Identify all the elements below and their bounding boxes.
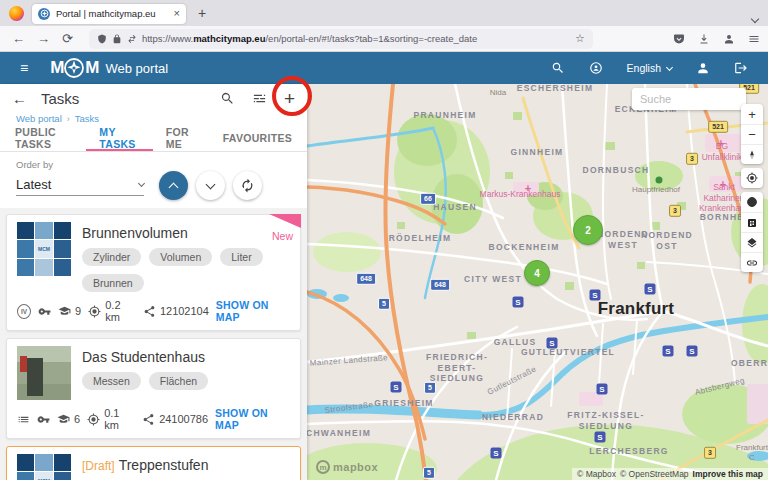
task-card[interactable]: New MCM Brunnenvolumen ZylinderVolumenLi… [6,214,301,331]
key-icon [37,413,50,426]
map-label: Abtsbergweg [694,376,746,398]
task-cluster-marker[interactable]: 2 [573,215,603,245]
key-icon [38,305,51,318]
globe-button[interactable] [741,192,763,212]
gps-icon [87,413,100,426]
sort-descending-button[interactable] [196,171,225,200]
map-label: Frankfurt C [736,443,768,463]
browser-window: Portal | mathcitymap.eu × + ← → ⟳ https:… [0,0,768,480]
map[interactable]: ESCHERSHEIMNidaPRAUNHEIMECKENHEIMGINNHEI… [307,84,768,480]
layer-controls [741,192,763,272]
sbahn-station-icon: S [391,382,402,393]
shield-icon[interactable] [97,34,107,44]
permissions-icon[interactable] [127,34,137,44]
zoom-in-button[interactable]: + [741,104,763,124]
map-label: ESCHERSHEIM [517,84,594,93]
hospital-cross-icon: + [720,179,726,190]
improve-map-link[interactable]: Improve this map [693,469,763,479]
breadcrumb-root[interactable]: Web portal [16,113,62,124]
search-tasks-icon[interactable] [220,91,235,106]
road-badge: 3 [669,205,681,217]
task-card[interactable]: Das Studentenhaus MessenFlächen 6 0.1 km… [6,338,301,439]
task-list: New MCM Brunnenvolumen ZylinderVolumenLi… [0,208,307,480]
map-label: Nida [490,88,506,98]
breadcrumb-current[interactable]: Tasks [75,113,99,124]
list-tabs-icon[interactable] [752,8,758,26]
lock-icon[interactable] [112,34,122,44]
url-text[interactable]: https://www.mathcitymap.eu/en/portal-en/… [142,33,569,44]
firefox-icon[interactable] [9,6,24,21]
map-label: GRIESHEIM [374,398,433,409]
task-card-draft[interactable]: MCM [Draft]Treppenstufen 3 0.0 km [6,446,301,480]
grade-value: 6 [74,413,80,425]
tag-pill: Liter [220,248,262,266]
distance-value: 0.1 km [104,407,135,431]
map-attribution: © Mapbox © OpenStreetMap Improve this ma… [572,468,768,480]
tag-row: MessenFlächen [82,372,290,390]
sort-ascending-button[interactable] [159,171,188,200]
map-label: Stroofstraße [324,400,374,416]
back-arrow-button[interactable]: ← [12,90,27,107]
road-badge: 648 [356,273,376,285]
compass-button[interactable] [741,144,763,164]
hospital-cross-icon: + [718,138,724,149]
digital-classroom-icon[interactable] [589,61,603,75]
show-on-map-link[interactable]: SHOW ON MAP [216,299,290,323]
draft-badge: [Draft] [82,459,115,473]
buildings-button[interactable] [741,212,763,232]
pocket-icon[interactable] [673,33,685,45]
tab-close-icon[interactable]: × [174,8,180,19]
order-select[interactable]: Latest [16,175,144,196]
list-icon [17,413,30,426]
task-thumbnail [17,346,71,400]
tab-favourites[interactable]: FAVOURITES [210,127,305,151]
layers-button[interactable] [741,232,763,252]
bookmark-star-icon[interactable]: ☆ [575,32,585,45]
new-tab-button[interactable]: + [198,5,206,21]
map-label: FRIEDRICH- EBERT- SIEDLUNG [426,352,488,384]
mapbox-logo[interactable]: m mapbox [316,460,378,474]
sbahn-station-icon: S [513,297,524,308]
show-on-map-link[interactable]: SHOW ON MAP [215,407,290,431]
panel-toolbar: ← Tasks + [0,84,307,112]
gps-icon [88,305,101,318]
account-icon[interactable] [723,33,735,45]
url-bar[interactable]: https://www.mathcitymap.eu/en/portal-en/… [89,29,593,49]
attribution-mapbox[interactable]: © Mapbox [577,469,616,479]
add-task-button[interactable]: + [284,89,295,108]
zoom-controls: + − [741,104,763,164]
map-label: GUTLEUTVIERTEL [521,347,615,358]
user-icon[interactable] [696,61,710,75]
attribution-osm[interactable]: © OpenStreetMap [620,469,689,479]
filter-icon[interactable] [252,91,267,106]
browser-tab[interactable]: Portal | mathcitymap.eu × [32,4,186,24]
sbahn-station-icon: S [491,448,502,459]
sbahn-station-icon: S [595,432,606,443]
language-selector[interactable]: English [627,62,672,74]
logout-icon[interactable] [734,61,748,75]
task-title: Das Studentenhaus [82,349,290,365]
link-button[interactable] [741,252,763,272]
reload-button[interactable]: ⟳ [62,32,73,45]
tab-for-me[interactable]: FOR ME [153,127,210,151]
zoom-out-button[interactable]: − [741,124,763,144]
breadcrumb-separator: › [67,114,70,124]
tag-row: ZylinderVolumenLiterBrunnen [82,248,290,292]
menu-icon[interactable] [748,33,760,45]
locate-button[interactable] [741,168,763,188]
sbahn-station-icon: S [687,346,698,357]
level-icon: IV [17,304,31,319]
task-cluster-marker[interactable]: 4 [524,260,550,286]
back-button[interactable]: ← [12,32,25,45]
tab-my-tasks[interactable]: MY TASKS [86,127,152,151]
search-icon[interactable] [551,61,565,75]
tab-public-tasks[interactable]: PUBLIC TASKS [2,127,86,151]
forward-button[interactable]: → [37,32,50,45]
map-search-input[interactable] [632,88,746,110]
map-label: Hauptfriedhof [632,185,680,195]
mcm-logo[interactable]: M M [50,56,98,80]
refresh-button[interactable] [233,171,262,200]
app-header: ≡ M M Web portal English [0,52,768,84]
download-icon[interactable] [698,33,710,45]
sidebar-menu-icon[interactable]: ≡ [20,60,28,76]
